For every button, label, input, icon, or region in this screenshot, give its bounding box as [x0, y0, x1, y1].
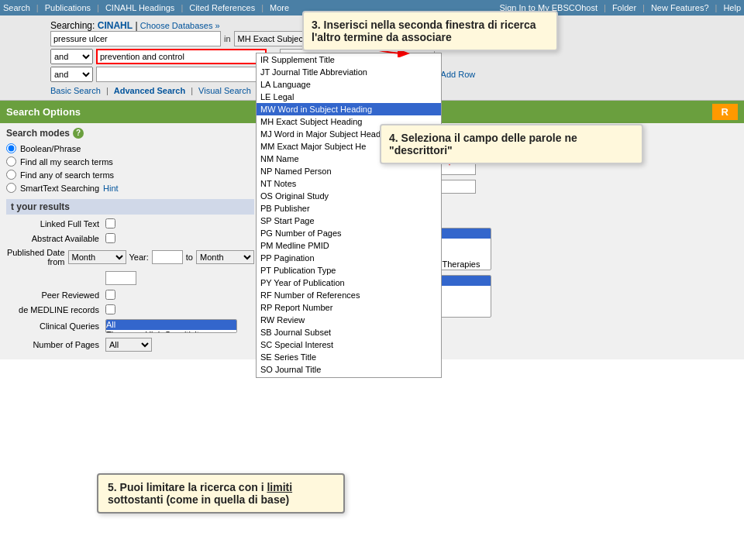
- dropdown-item[interactable]: JT Journal Title Abbreviation: [257, 66, 441, 78]
- dropdown-item[interactable]: PM Medline PMID: [257, 239, 441, 252]
- limit-linked-full-text: Linked Full Text: [6, 218, 254, 228]
- callout-4: 4. Seleziona il campo delle parole ne "d…: [380, 124, 643, 164]
- search-modes-help[interactable]: ?: [73, 128, 84, 139]
- radio-boolean: Boolean/Phrase: [6, 143, 254, 153]
- radio-group: Boolean/Phrase Find all my search terms …: [6, 143, 254, 193]
- nav-cited-references[interactable]: Cited References: [189, 3, 255, 12]
- searching-label: Searching:: [50, 20, 95, 31]
- nav-more[interactable]: More: [270, 3, 289, 12]
- limit-clinical-queries: Clinical Queries All Therapy - High Sens…: [6, 319, 254, 333]
- dropdown-item[interactable]: SO Journal Title: [257, 363, 441, 376]
- medline-label: de MEDLINE records: [6, 305, 99, 314]
- left-panel: Search modes ? Boolean/Phrase Find all m…: [6, 128, 254, 355]
- dropdown-item[interactable]: MW Word in Subject Heading: [257, 103, 441, 115]
- callout-3: 3. Inserisci nella seconda finestra di r…: [302, 11, 558, 51]
- published-date-row: Published Date from Month JanuaryFebruar…: [6, 248, 254, 266]
- radio-find-any-label: Find any of search terms: [20, 170, 114, 180]
- radio-boolean-input[interactable]: [6, 143, 16, 153]
- dropdown-item[interactable]: SE Series Title: [257, 351, 441, 363]
- linked-full-text-label: Linked Full Text: [6, 219, 99, 228]
- in-label-1: in: [224, 34, 231, 43]
- nop-select[interactable]: All: [105, 338, 152, 352]
- callout-4-text: 4. Seleziona il campo delle parole ne "d…: [389, 132, 577, 156]
- radio-find-all-input[interactable]: [6, 156, 16, 167]
- dropdown-item[interactable]: PP Pagination: [257, 252, 441, 264]
- nav-publications[interactable]: Publications: [45, 3, 91, 12]
- callout-5: 5. Puoi limitare la ricerca con i limiti…: [97, 473, 345, 514]
- nav-help[interactable]: Help: [723, 3, 741, 12]
- dropdown-item[interactable]: LE Legal: [257, 91, 441, 103]
- year-input2[interactable]: [105, 271, 136, 285]
- search-modes-label: Search modes: [6, 128, 70, 139]
- nav-cinahl-headings[interactable]: CINAHL Headings: [105, 3, 174, 12]
- month-select-to[interactable]: Month JanuaryFebruaryMarch AprilMayJune …: [196, 250, 254, 264]
- dropdown-item[interactable]: OS Original Study: [257, 190, 441, 202]
- dropdown-item[interactable]: PG Number of Pages: [257, 227, 441, 239]
- dropdown-item[interactable]: SB Journal Subset: [257, 326, 441, 338]
- nop-row: Number of Pages All: [6, 338, 254, 352]
- options-title: Search Options: [6, 106, 81, 118]
- radio-smarttext-input[interactable]: [6, 183, 16, 193]
- dropdown-item[interactable]: PY Year of Publication: [257, 277, 441, 289]
- term-input-1[interactable]: [50, 31, 221, 46]
- dropdown-item[interactable]: CT Gender: [257, 376, 441, 378]
- term-input-3[interactable]: [96, 67, 267, 82]
- dropdown-item[interactable]: PB Publisher: [257, 202, 441, 215]
- to-label: to: [186, 253, 193, 262]
- dropdown-item[interactable]: IR Supplement Title: [257, 53, 441, 66]
- year-label: Year:: [129, 253, 149, 262]
- term-input-2[interactable]: [96, 49, 267, 64]
- radio-boolean-label: Boolean/Phrase: [20, 144, 81, 153]
- limit-section-title: t your results: [6, 199, 254, 215]
- abstract-available-checkbox[interactable]: [105, 233, 115, 243]
- dropdown-item[interactable]: RP Report Number: [257, 301, 441, 314]
- callout-3-text: 3. Inserisci nella seconda finestra di r…: [312, 19, 536, 43]
- dropdown-item[interactable]: LA Language: [257, 78, 441, 91]
- field-dropdown[interactable]: IR Supplement TitleJT Journal Title Abbr…: [256, 53, 442, 378]
- dropdown-item[interactable]: RF Number of References: [257, 289, 441, 301]
- published-date-label: Published Date from: [6, 248, 65, 266]
- basic-search-link[interactable]: Basic Search: [50, 86, 101, 95]
- bool-select-3[interactable]: and or not: [50, 67, 93, 82]
- hint-link[interactable]: Hint: [103, 184, 119, 193]
- choose-db-link[interactable]: Choose Databases »: [140, 21, 220, 30]
- limit-abstract-available: Abstract Available: [6, 233, 254, 243]
- nav-new-features[interactable]: New Features?: [651, 3, 709, 12]
- peer-reviewed-checkbox[interactable]: [105, 290, 115, 300]
- radio-find-any-input[interactable]: [6, 170, 16, 180]
- add-row-link[interactable]: Add Row: [441, 70, 476, 79]
- year-input-row2: [6, 271, 254, 285]
- radio-find-any: Find any of search terms: [6, 170, 254, 180]
- db-name-link[interactable]: CINAHL: [98, 20, 133, 31]
- clinical-queries-label: Clinical Queries: [6, 321, 99, 331]
- clinical-queries-select[interactable]: All Therapy - High Sensitivity Therapy -…: [105, 319, 237, 333]
- month-select-from[interactable]: Month JanuaryFebruaryMarch AprilMayJune …: [68, 250, 126, 264]
- abstract-available-label: Abstract Available: [6, 234, 99, 243]
- dropdown-item[interactable]: NT Notes: [257, 177, 441, 190]
- callout-5-text: 5. Puoi limitare la ricerca con i limiti…: [108, 481, 292, 506]
- dropdown-item[interactable]: NP Named Person: [257, 165, 441, 177]
- year-input[interactable]: [152, 250, 183, 264]
- limit-peer-reviewed: Peer Reviewed: [6, 290, 254, 300]
- radio-find-all-label: Find all my search terms: [20, 157, 113, 167]
- nav-search[interactable]: Search: [3, 3, 30, 12]
- peer-reviewed-label: Peer Reviewed: [6, 290, 99, 300]
- search-modes-title: Search modes ?: [6, 128, 254, 139]
- bool-select-2[interactable]: and or not: [50, 49, 93, 64]
- linked-full-text-checkbox[interactable]: [105, 218, 115, 228]
- dropdown-item[interactable]: RW Review: [257, 314, 441, 326]
- dropdown-item[interactable]: PT Publication Type: [257, 264, 441, 277]
- nav-folder[interactable]: Folder: [612, 3, 636, 12]
- search-button[interactable]: R: [712, 104, 738, 120]
- dropdown-item[interactable]: SP Start Page: [257, 215, 441, 227]
- advanced-search-link[interactable]: Advanced Search: [114, 86, 185, 95]
- dropdown-item[interactable]: SC Special Interest: [257, 338, 441, 351]
- radio-smarttext: SmartText Searching Hint: [6, 183, 254, 193]
- radio-find-all: Find all my search terms: [6, 156, 254, 167]
- medline-checkbox[interactable]: [105, 304, 115, 314]
- visual-search-link[interactable]: Visual Search: [198, 86, 251, 95]
- limit-medline: de MEDLINE records: [6, 304, 254, 314]
- radio-smarttext-label: SmartText Searching: [20, 184, 99, 193]
- nop-label: Number of Pages: [6, 340, 99, 349]
